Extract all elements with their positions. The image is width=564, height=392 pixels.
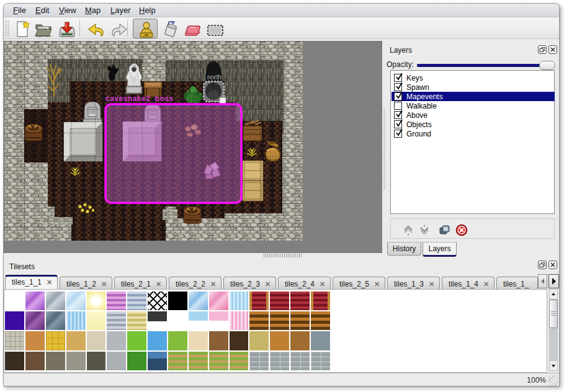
svg-text:cavesnake2_boss: cavesnake2_boss bbox=[105, 94, 174, 103]
svg-text:north: north bbox=[207, 74, 222, 81]
